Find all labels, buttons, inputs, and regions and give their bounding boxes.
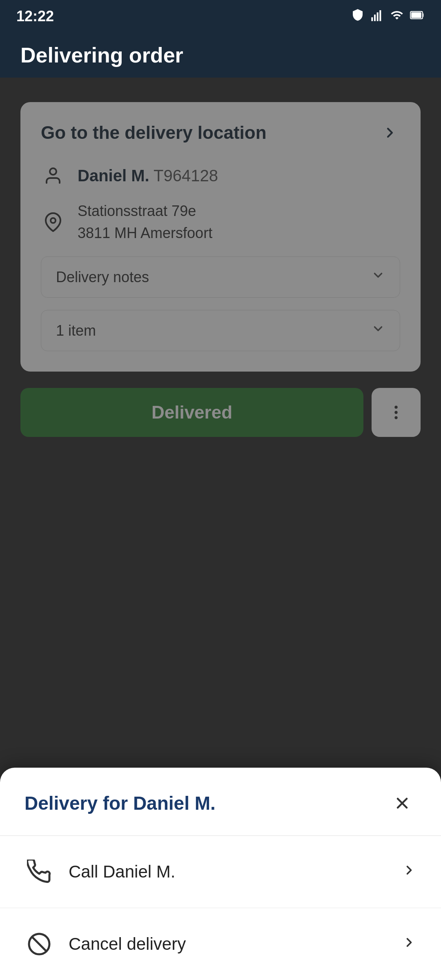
- main-content: Go to the delivery location Daniel M. T9…: [0, 78, 441, 453]
- customer-id: T964128: [154, 167, 218, 185]
- phone-icon: [24, 857, 54, 886]
- chevron-down-icon: [371, 268, 385, 286]
- battery-icon: [410, 9, 425, 24]
- delivery-card: Go to the delivery location Daniel M. T9…: [20, 102, 421, 372]
- address-text: Stationsstraat 79e 3811 MH Amersfoort: [78, 200, 212, 244]
- signal-icon: [371, 9, 384, 24]
- more-button[interactable]: [372, 388, 421, 437]
- customer-row: Daniel M. T964128: [41, 163, 400, 188]
- location-icon: [41, 210, 65, 234]
- items-label: 1 item: [56, 322, 96, 339]
- app-header: Delivering order: [0, 33, 441, 78]
- svg-rect-5: [411, 12, 421, 18]
- sheet-title: Delivery for Daniel M.: [24, 792, 216, 814]
- cancel-label: Cancel delivery: [69, 934, 186, 954]
- bottom-sheet: Delivery for Daniel M. Call Daniel M.: [0, 768, 441, 980]
- status-time: 12:22: [16, 8, 54, 25]
- delivered-button[interactable]: Delivered: [20, 388, 363, 437]
- svg-point-10: [394, 416, 397, 419]
- wifi-icon: [390, 9, 403, 24]
- person-icon: [41, 163, 65, 188]
- shield-icon: [351, 9, 364, 24]
- call-item-left: Call Daniel M.: [24, 857, 175, 886]
- delivery-notes-section[interactable]: Delivery notes: [41, 256, 400, 298]
- items-chevron-icon: [371, 322, 385, 339]
- cancel-item[interactable]: Cancel delivery: [0, 908, 441, 980]
- delivery-notes-label: Delivery notes: [56, 269, 149, 286]
- card-location-title: Go to the delivery location: [41, 122, 267, 143]
- action-row: Delivered: [20, 388, 421, 437]
- address-row: Stationsstraat 79e 3811 MH Amersfoort: [41, 200, 400, 244]
- svg-rect-2: [377, 12, 379, 21]
- svg-rect-0: [371, 17, 373, 21]
- svg-rect-3: [379, 10, 381, 21]
- status-bar: 12:22: [0, 0, 441, 33]
- svg-point-8: [394, 406, 397, 409]
- items-section[interactable]: 1 item: [41, 310, 400, 351]
- cancel-chevron-icon: [402, 935, 416, 953]
- cancel-circle-icon: [24, 929, 54, 959]
- call-chevron-icon: [402, 863, 416, 881]
- address-street: Stationsstraat 79e: [78, 200, 212, 222]
- svg-point-7: [51, 218, 56, 223]
- address-city: 3811 MH Amersfoort: [78, 222, 212, 244]
- svg-point-9: [394, 411, 397, 414]
- close-button[interactable]: [388, 789, 416, 817]
- call-label: Call Daniel M.: [69, 862, 175, 882]
- sheet-header: Delivery for Daniel M.: [0, 768, 441, 836]
- call-item[interactable]: Call Daniel M.: [0, 836, 441, 908]
- status-icons: [351, 9, 425, 24]
- app-title: Delivering order: [20, 43, 183, 67]
- cancel-item-left: Cancel delivery: [24, 929, 186, 959]
- card-header: Go to the delivery location: [41, 122, 400, 143]
- chevron-right-icon: [380, 122, 400, 143]
- customer-name: Daniel M. T964128: [78, 167, 218, 185]
- svg-point-6: [50, 168, 56, 175]
- svg-line-14: [32, 937, 46, 951]
- svg-rect-1: [374, 14, 376, 21]
